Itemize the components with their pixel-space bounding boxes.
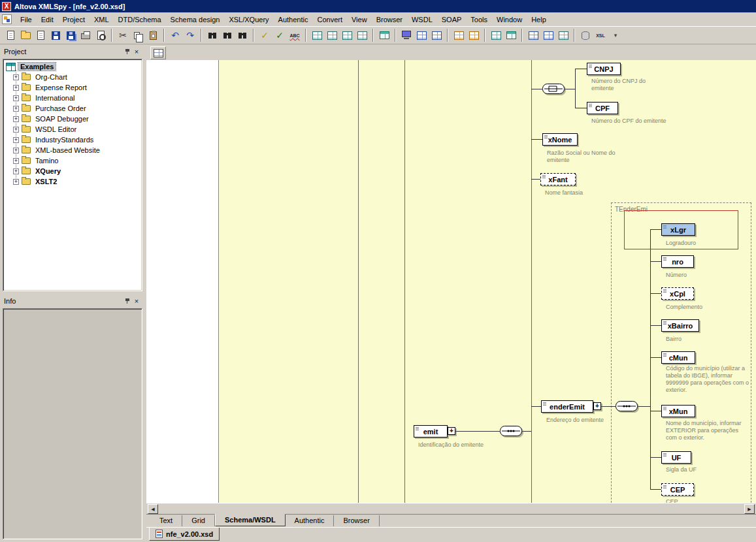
element-xFant[interactable]: xFant	[540, 173, 576, 185]
tree-item-xquery[interactable]: + XQuery	[3, 166, 142, 176]
project-pin-button[interactable]	[123, 47, 132, 56]
schema-grid-view-button[interactable]	[355, 28, 369, 42]
choice-icon[interactable]	[542, 84, 565, 95]
expand-emit[interactable]: +	[448, 427, 455, 435]
database-connection-button[interactable]	[578, 28, 593, 42]
append-element-button[interactable]	[452, 28, 466, 42]
horizontal-scrollbar[interactable]: ◀ ▶	[146, 503, 756, 514]
tree-item-tamino[interactable]: + Tamino	[3, 155, 142, 166]
undo-button[interactable]: ↶	[168, 28, 182, 42]
tree-item-international[interactable]: + International	[3, 93, 142, 103]
tree-item-industrystandards[interactable]: + IndustryStandards	[3, 135, 142, 145]
menu-schema-design[interactable]: Schema design	[166, 14, 225, 25]
print-button[interactable]	[78, 28, 93, 42]
expand-toggle[interactable]: +	[13, 106, 19, 112]
tree-item-purchase-order[interactable]: + Purchase Order	[3, 103, 142, 114]
element-xNome[interactable]: xNome	[542, 133, 578, 146]
tab-text[interactable]: Text	[150, 515, 182, 526]
import-button[interactable]	[33, 28, 48, 42]
tab-authentic[interactable]: Authentic	[286, 515, 335, 526]
element-UF[interactable]: UF	[661, 451, 691, 464]
text-view-button[interactable]	[414, 28, 429, 42]
print-preview-button[interactable]	[93, 28, 108, 42]
xsl-transformation-button[interactable]: XSL	[593, 28, 608, 42]
find-next-button[interactable]	[220, 28, 235, 42]
expand-toggle[interactable]: +	[13, 85, 19, 91]
validate-button[interactable]: ✓	[272, 28, 287, 42]
menu-authentic[interactable]: Authentic	[274, 14, 313, 25]
expand-toggle[interactable]: +	[13, 95, 19, 101]
menu-view[interactable]: View	[347, 14, 372, 25]
expand-enderEmit[interactable]: +	[593, 402, 601, 410]
menu-wsdl[interactable]: WSDL	[407, 14, 437, 25]
element-CEP[interactable]: CEP	[661, 483, 694, 496]
menu-convert[interactable]: Convert	[312, 14, 347, 25]
project-close-button[interactable]: ×	[132, 47, 141, 56]
grid-view-button[interactable]	[310, 28, 324, 42]
sequence-icon[interactable]	[500, 426, 522, 438]
insert-element-button[interactable]	[467, 28, 481, 42]
element-xCpl[interactable]: xCpl	[661, 287, 694, 300]
menu-help[interactable]: Help	[527, 14, 551, 25]
redo-button[interactable]: ↷	[183, 28, 197, 42]
scroll-left-button[interactable]: ◀	[148, 504, 158, 514]
expand-toggle[interactable]: +	[13, 168, 19, 174]
schema-diagram-settings-button[interactable]	[526, 28, 540, 42]
document-system-icon[interactable]	[2, 14, 12, 24]
scroll-right-button[interactable]: ▶	[744, 504, 755, 514]
info-close-button[interactable]: ×	[132, 296, 141, 306]
tree-item-expense-report[interactable]: + Expense Report	[3, 82, 142, 93]
replace-button[interactable]	[235, 28, 250, 42]
add-child-element-button[interactable]	[489, 28, 503, 42]
expand-toggle[interactable]: +	[13, 137, 19, 143]
menu-edit[interactable]: Edit	[37, 14, 58, 25]
element-CNPJ[interactable]: CNPJ	[587, 63, 621, 75]
menu-xsl-xquery[interactable]: XSL/XQuery	[224, 14, 273, 25]
menu-browser[interactable]: Browser	[372, 14, 407, 25]
menu-window[interactable]: Window	[492, 14, 527, 25]
file-tab-nfe[interactable]: nfe_v2.00.xsd	[149, 528, 220, 541]
info-pin-button[interactable]	[123, 296, 132, 306]
expand-toggle[interactable]: +	[13, 179, 19, 185]
tree-item-xslt2[interactable]: + XSLT2	[3, 176, 142, 187]
enhanced-grid-view-button[interactable]	[325, 28, 339, 42]
expand-toggle[interactable]: +	[13, 127, 19, 133]
expand-toggle[interactable]: +	[13, 74, 19, 80]
tree-item-soap-debugger[interactable]: + SOAP Debugger	[3, 114, 142, 124]
tab-grid[interactable]: Grid	[182, 515, 215, 526]
tab-schema-wsdl[interactable]: Schema/WSDL	[215, 514, 286, 526]
display-as-table-button[interactable]	[504, 28, 518, 42]
element-CPF[interactable]: CPF	[587, 102, 618, 114]
element-cMun[interactable]: cMun	[661, 351, 695, 364]
menu-file[interactable]: File	[16, 14, 37, 25]
expand-toggle[interactable]: +	[13, 158, 19, 164]
open-button[interactable]	[18, 28, 33, 42]
sequence-icon[interactable]	[616, 401, 638, 413]
element-enderEmit[interactable]: enderEmit	[541, 400, 593, 413]
expand-toggle[interactable]: +	[13, 116, 19, 122]
spellcheck-button[interactable]: ABC	[288, 28, 302, 42]
element-emit[interactable]: emit	[414, 425, 448, 438]
browser-view-button[interactable]	[399, 28, 414, 42]
find-button[interactable]	[205, 28, 220, 42]
schema-design-view-button[interactable]	[429, 28, 444, 42]
tree-item-wsdl-editor[interactable]: + WSDL Editor	[3, 124, 142, 135]
copy-button[interactable]	[131, 28, 145, 42]
save-all-button[interactable]	[63, 28, 78, 42]
menu-xml[interactable]: XML	[90, 14, 114, 25]
save-button[interactable]	[48, 28, 63, 42]
paste-button[interactable]	[146, 28, 160, 42]
menu-tools[interactable]: Tools	[466, 14, 492, 25]
tree-item-org-chart[interactable]: + Org-Chart	[3, 72, 142, 82]
cut-button[interactable]: ✂	[116, 28, 130, 42]
menu-soap[interactable]: SOAP	[437, 14, 467, 25]
new-document-button[interactable]	[3, 28, 18, 42]
menu-project[interactable]: Project	[58, 14, 90, 25]
tab-browser[interactable]: Browser	[334, 515, 379, 526]
element-nro[interactable]: nro	[661, 255, 694, 268]
element-xMun[interactable]: xMun	[661, 405, 695, 417]
check-wellformed-button[interactable]: ✓	[257, 28, 272, 42]
tree-item-examples[interactable]: Examples	[3, 61, 142, 72]
database-grid-view-button[interactable]	[340, 28, 354, 42]
element-details-button[interactable]	[556, 28, 570, 42]
